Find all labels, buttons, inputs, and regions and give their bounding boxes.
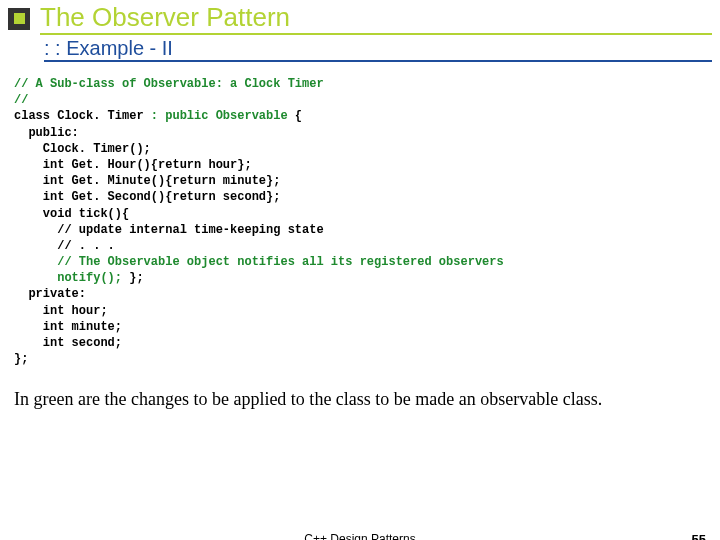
title-row: The Observer Pattern [0,0,720,35]
code-line: }; [14,352,28,366]
page-number: 55 [692,532,706,540]
code-line: { [295,109,302,123]
code-line: void tick(){ [14,207,129,221]
code-line: // [14,93,28,107]
subtitle-row: : : Example - II [0,35,720,62]
code-line: public: [14,126,79,140]
code-line: Clock. Timer(); [14,142,151,156]
bullet-inner-icon [14,13,25,24]
code-line: }; [129,271,143,285]
code-line: notify(); [14,271,129,285]
code-line: : public Observable [151,109,295,123]
code-line: // update internal time-keeping state [14,223,324,237]
bullet-icon [8,8,30,30]
code-line: // The Observable object notifies all it… [14,255,504,269]
code-line: class Clock. Timer [14,109,151,123]
code-line: int Get. Minute(){return minute}; [14,174,280,188]
code-line: int Get. Second(){return second}; [14,190,280,204]
code-line: private: [14,287,86,301]
code-line: int hour; [14,304,108,318]
explanation-text: In green are the changes to be applied t… [0,367,720,410]
code-line: // . . . [14,239,115,253]
code-line: // A Sub-class of Observable: a Clock Ti… [14,77,324,91]
code-line: int minute; [14,320,122,334]
page-subtitle: : : Example - II [44,37,712,62]
code-line: int second; [14,336,122,350]
code-block: // A Sub-class of Observable: a Clock Ti… [0,62,720,367]
page-title: The Observer Pattern [40,2,712,35]
code-line: int Get. Hour(){return hour}; [14,158,252,172]
footer-center: C++ Design Patterns [304,532,415,540]
